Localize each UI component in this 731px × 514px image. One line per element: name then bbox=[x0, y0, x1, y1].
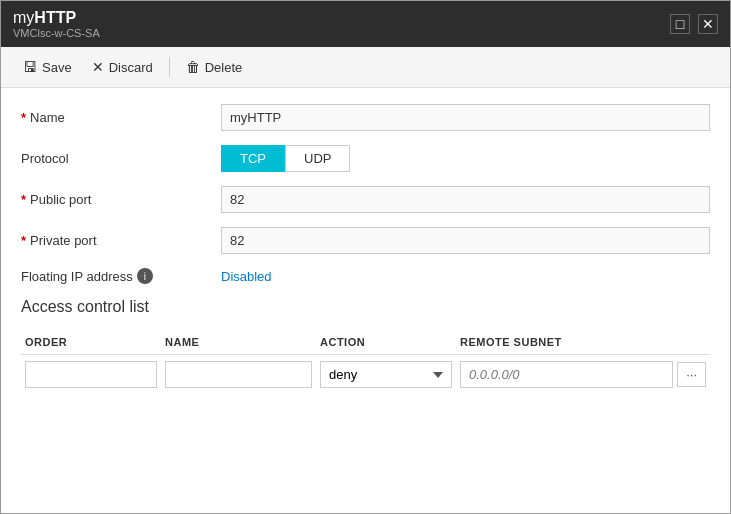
table-row: deny allow ··· bbox=[21, 355, 710, 395]
delete-button[interactable]: 🗑 Delete bbox=[178, 55, 251, 79]
floating-ip-field: Disabled bbox=[221, 269, 710, 284]
acl-order-input[interactable] bbox=[25, 361, 157, 388]
col-name-header: NAME bbox=[161, 332, 316, 355]
private-port-required-star: * bbox=[21, 233, 26, 248]
protocol-row: Protocol TCP UDP bbox=[21, 145, 710, 172]
private-port-label: Private port bbox=[30, 233, 96, 248]
acl-action-cell: deny allow bbox=[316, 355, 456, 395]
floating-ip-row: Floating IP address i Disabled bbox=[21, 268, 710, 284]
delete-icon: 🗑 bbox=[186, 59, 200, 75]
public-port-field bbox=[221, 186, 710, 213]
public-port-label: Public port bbox=[30, 192, 91, 207]
acl-table-head: ORDER NAME ACTION REMOTE SUBNET bbox=[21, 332, 710, 355]
private-port-label-group: * Private port bbox=[21, 233, 221, 248]
acl-table-body: deny allow ··· bbox=[21, 355, 710, 395]
public-port-label-group: * Public port bbox=[21, 192, 221, 207]
title-my: my bbox=[13, 9, 34, 26]
tcp-button[interactable]: TCP bbox=[221, 145, 285, 172]
main-window: myHTTP VMClsc-w-CS-SA □ ✕ 🖫 Save ✕ Disca… bbox=[0, 0, 731, 514]
acl-name-input[interactable] bbox=[165, 361, 312, 388]
protocol-group: TCP UDP bbox=[221, 145, 710, 172]
col-order-header: ORDER bbox=[21, 332, 161, 355]
public-port-row: * Public port bbox=[21, 186, 710, 213]
floating-ip-value: Disabled bbox=[221, 269, 272, 284]
title-http: HTTP bbox=[34, 9, 76, 26]
name-label: Name bbox=[30, 110, 65, 125]
floating-ip-label-group: Floating IP address i bbox=[21, 268, 221, 284]
private-port-input[interactable] bbox=[221, 227, 710, 254]
public-port-required-star: * bbox=[21, 192, 26, 207]
acl-subnet-cell: ··· bbox=[456, 355, 710, 395]
window-title: myHTTP bbox=[13, 9, 100, 27]
save-icon: 🖫 bbox=[23, 59, 37, 75]
public-port-input[interactable] bbox=[221, 186, 710, 213]
name-field bbox=[221, 104, 710, 131]
close-button[interactable]: ✕ bbox=[698, 14, 718, 34]
name-input[interactable] bbox=[221, 104, 710, 131]
private-port-row: * Private port bbox=[21, 227, 710, 254]
acl-order-cell bbox=[21, 355, 161, 395]
name-required-star: * bbox=[21, 110, 26, 125]
content-area: * Name Protocol TCP UDP * Public bbox=[1, 88, 730, 513]
acl-subnet-input[interactable] bbox=[460, 361, 673, 388]
title-bar: myHTTP VMClsc-w-CS-SA □ ✕ bbox=[1, 1, 730, 47]
toolbar: 🖫 Save ✕ Discard 🗑 Delete bbox=[1, 47, 730, 88]
discard-button[interactable]: ✕ Discard bbox=[84, 55, 161, 79]
floating-ip-label: Floating IP address bbox=[21, 269, 133, 284]
title-bar-left: myHTTP VMClsc-w-CS-SA bbox=[13, 9, 100, 39]
acl-subnet-ellipsis-button[interactable]: ··· bbox=[677, 362, 706, 387]
delete-label: Delete bbox=[205, 60, 243, 75]
discard-icon: ✕ bbox=[92, 59, 104, 75]
minimize-button[interactable]: □ bbox=[670, 14, 690, 34]
acl-action-select[interactable]: deny allow bbox=[320, 361, 452, 388]
name-row: * Name bbox=[21, 104, 710, 131]
name-label-group: * Name bbox=[21, 110, 221, 125]
protocol-label: Protocol bbox=[21, 151, 69, 166]
floating-ip-info-icon[interactable]: i bbox=[137, 268, 153, 284]
acl-header-row: ORDER NAME ACTION REMOTE SUBNET bbox=[21, 332, 710, 355]
acl-table: ORDER NAME ACTION REMOTE SUBNET bbox=[21, 332, 710, 394]
acl-name-cell bbox=[161, 355, 316, 395]
title-controls: □ ✕ bbox=[670, 14, 718, 34]
protocol-label-group: Protocol bbox=[21, 151, 221, 166]
protocol-field: TCP UDP bbox=[221, 145, 710, 172]
toolbar-separator bbox=[169, 57, 170, 77]
save-label: Save bbox=[42, 60, 72, 75]
window-subtitle: VMClsc-w-CS-SA bbox=[13, 27, 100, 39]
col-subnet-header: REMOTE SUBNET bbox=[456, 332, 710, 355]
private-port-field bbox=[221, 227, 710, 254]
udp-button[interactable]: UDP bbox=[285, 145, 350, 172]
save-button[interactable]: 🖫 Save bbox=[15, 55, 80, 79]
discard-label: Discard bbox=[109, 60, 153, 75]
acl-subnet-group: ··· bbox=[460, 361, 706, 388]
acl-section-title: Access control list bbox=[21, 298, 710, 316]
col-action-header: ACTION bbox=[316, 332, 456, 355]
